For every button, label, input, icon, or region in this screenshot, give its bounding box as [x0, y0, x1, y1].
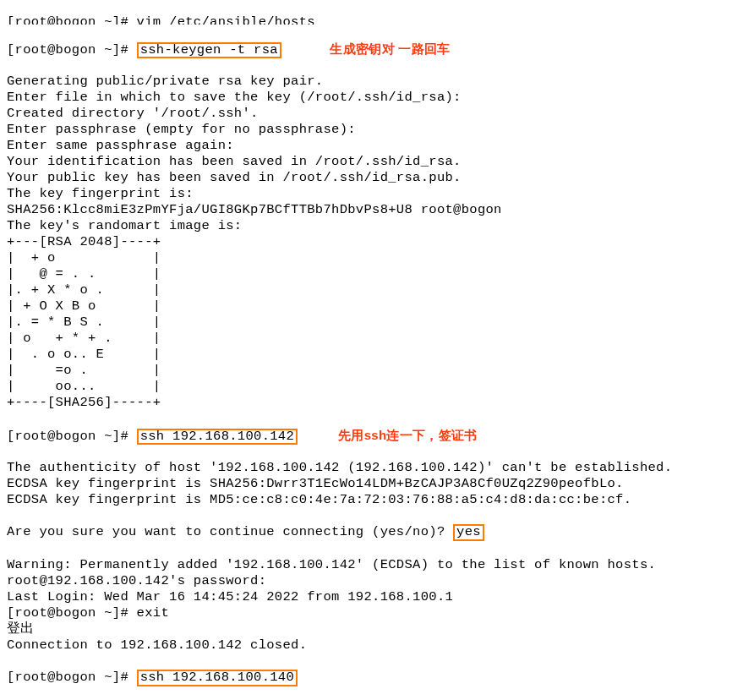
terminal-line: Last Login: Wed Mar 16 14:45:24 2022 fro… — [7, 589, 736, 605]
confirm-question: Are you sure you want to continue connec… — [7, 524, 453, 539]
terminal-line: | @ = . . | — [7, 266, 736, 282]
prompt: [root@bogon ~]# — [7, 429, 137, 444]
terminal-line: Enter file in which to save the key (/ro… — [7, 90, 736, 106]
terminal-line: Warning: Permanently added '192.168.100.… — [7, 557, 736, 573]
terminal-line: | + O X B o | — [7, 298, 736, 314]
terminal-line: [root@bogon ~]# exit — [7, 605, 736, 621]
terminal-line: |. = * B S . | — [7, 314, 736, 331]
terminal-line: The authenticity of host '192.168.100.14… — [7, 460, 736, 476]
terminal-line: | + o | — [7, 250, 736, 266]
terminal-line: | oo... | — [7, 379, 736, 395]
annotation: 先用ssh连一下，签证书 — [338, 428, 477, 444]
highlighted-command: ssh 192.168.100.142 — [137, 429, 298, 446]
highlighted-command: ssh-keygen -t rsa — [137, 42, 281, 59]
prompt: [root@bogon ~]# — [7, 42, 137, 57]
terminal-line: | =o . | — [7, 363, 736, 379]
terminal-line: The key fingerprint is: — [7, 186, 736, 202]
terminal-line: Created directory '/root/.ssh'. — [7, 106, 736, 122]
terminal-line: +----[SHA256]-----+ — [7, 395, 736, 411]
terminal-line: [root@bogon ~]# vim /etc/ansible/hosts — [7, 14, 736, 25]
terminal-line: Enter passphrase (empty for no passphras… — [7, 122, 736, 138]
terminal-line: Your public key has been saved in /root/… — [7, 170, 736, 186]
terminal-line: [root@bogon ~]# ssh 192.168.100.142 先用ss… — [7, 428, 736, 444]
terminal-line: root@192.168.100.142's password: — [7, 573, 736, 589]
terminal-line: ECDSA key fingerprint is MD5:ce:c8:c0:4e… — [7, 492, 736, 508]
terminal-line: SHA256:Klcc8miE3zPmYFja/UGI8GKp7BCfTTBb7… — [7, 202, 736, 218]
terminal-line: Your identification has been saved in /r… — [7, 154, 736, 170]
prompt: [root@bogon ~]# — [7, 670, 137, 685]
terminal-line: [root@bogon ~]# ssh-keygen -t rsa 生成密钥对 … — [7, 41, 736, 57]
terminal-line: | o + * + . | — [7, 331, 736, 347]
highlighted-input: yes — [453, 524, 484, 541]
terminal-line: 登出 — [7, 621, 736, 637]
highlighted-command: ssh 192.168.100.140 — [137, 670, 298, 686]
terminal-line: +---[RSA 2048]----+ — [7, 234, 736, 250]
terminal-line: | . o o.. E | — [7, 347, 736, 363]
terminal-line: Connection to 192.168.100.142 closed. — [7, 637, 736, 654]
terminal-line: Enter same passphrase again: — [7, 138, 736, 154]
annotation: 生成密钥对 一路回车 — [330, 41, 450, 57]
terminal-line: Generating public/private rsa key pair. — [7, 74, 736, 90]
terminal-line: ECDSA key fingerprint is SHA256:Dwrr3T1E… — [7, 476, 736, 492]
terminal-line: Are you sure you want to continue connec… — [7, 524, 736, 540]
terminal-line: The key's randomart image is: — [7, 218, 736, 234]
terminal-output: [root@bogon ~]# vim /etc/ansible/hosts [… — [0, 0, 743, 700]
terminal-line: |. + X * o . | — [7, 282, 736, 298]
terminal-line: [root@bogon ~]# ssh 192.168.100.140 — [7, 670, 736, 686]
